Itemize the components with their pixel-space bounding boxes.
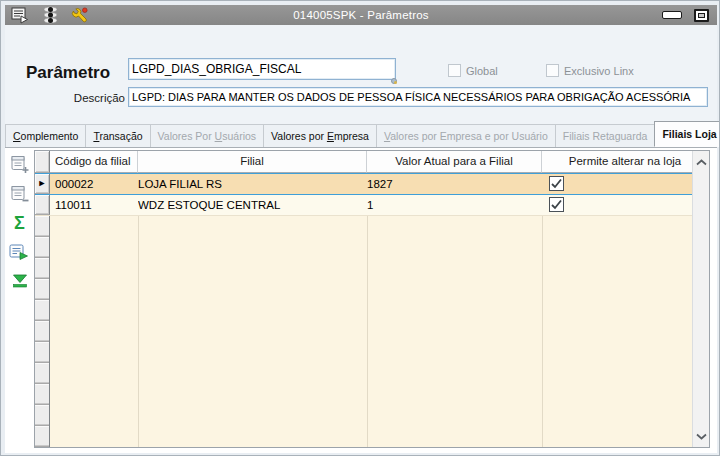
description-input[interactable] — [128, 87, 708, 107]
checked-checkbox-icon[interactable] — [549, 197, 564, 212]
cell-permite[interactable] — [542, 195, 709, 215]
exclusivo-linx-checkbox-label: Exclusivo Linx — [564, 65, 634, 77]
vertical-scrollbar[interactable] — [692, 151, 709, 447]
grid-header: Código da filial Filial Valor Atual para… — [35, 151, 709, 173]
parametros-window: 014005SPK - Parâmetros Parâmetro Global … — [0, 0, 720, 456]
tab-valores-por-empresa-e-usuario: Valores por Empresa e por Usuário — [376, 124, 556, 147]
global-checkbox-label: Global — [466, 65, 498, 77]
tab-strip: Complemento Transação Valores Por Usuári… — [5, 121, 717, 148]
parameter-label: Parâmetro — [26, 63, 110, 83]
column-header-permite[interactable]: Permite alterar na loja — [542, 151, 709, 173]
tab-filiais-retaguarda: Filiais Retaguarda — [555, 124, 656, 147]
column-header-codigo[interactable]: Código da filial — [50, 151, 138, 173]
exclusivo-linx-checkbox: Exclusivo Linx — [546, 64, 634, 77]
form-run-icon[interactable] — [10, 6, 30, 24]
wrench-icon[interactable] — [70, 6, 90, 24]
checked-checkbox-icon[interactable] — [549, 176, 564, 191]
tab-transacao[interactable]: Transação — [85, 124, 150, 147]
delete-row-icon[interactable] — [9, 184, 31, 204]
cell-codigo[interactable]: 110011 — [50, 195, 138, 215]
minimize-button[interactable] — [662, 11, 682, 19]
window-title: 014005SPK - Parâmetros — [5, 9, 717, 21]
checkbox-icon — [448, 64, 461, 77]
go-to-bottom-icon[interactable] — [9, 271, 31, 291]
column-header-filial[interactable]: Filial — [138, 151, 367, 173]
cell-codigo[interactable]: 000022 — [50, 174, 138, 194]
tab-valores-por-empresa[interactable]: Valores por Empresa — [263, 124, 377, 147]
cell-valor[interactable]: 1 — [367, 195, 542, 215]
cell-filial[interactable]: WDZ ESTOQUE CENTRAL — [138, 195, 367, 215]
cell-permite[interactable] — [542, 174, 709, 194]
filiais-grid: Código da filial Filial Valor Atual para… — [34, 150, 710, 448]
sum-icon[interactable]: Σ — [9, 213, 31, 233]
client-area: Parâmetro Global Exclusivo Linx Descriçã… — [5, 25, 717, 453]
parameter-input[interactable] — [128, 58, 396, 80]
tab-filiais-loja[interactable]: Filiais Loja — [654, 121, 720, 147]
maximize-button[interactable] — [694, 9, 709, 22]
global-checkbox: Global — [448, 64, 498, 77]
column-header-valor[interactable]: Valor Atual para a Filial — [367, 151, 542, 173]
filiais-loja-page: Σ — [5, 148, 717, 453]
row-indicator-header — [35, 151, 50, 173]
tab-valores-por-usuarios: Valores Por Usuários — [150, 124, 264, 147]
add-row-icon[interactable] — [9, 155, 31, 175]
input-size-grip[interactable] — [391, 78, 397, 84]
totem-lights-icon[interactable] — [40, 6, 60, 24]
row-indicator-rail — [35, 216, 50, 447]
checkbox-icon — [546, 64, 559, 77]
scroll-down-icon[interactable] — [695, 431, 708, 441]
tab-complemento[interactable]: Complemento — [5, 124, 86, 147]
post-record-icon[interactable] — [9, 242, 31, 262]
titlebar[interactable]: 014005SPK - Parâmetros — [5, 5, 717, 25]
grid-row[interactable]: 110011 WDZ ESTOQUE CENTRAL 1 — [35, 195, 709, 216]
scroll-up-icon[interactable] — [695, 157, 708, 167]
cell-valor[interactable]: 1827 — [367, 174, 542, 194]
cell-filial[interactable]: LOJA FILIAL RS — [138, 174, 367, 194]
grid-empty-area[interactable] — [35, 216, 709, 447]
grid-row-selected[interactable]: ► 000022 LOJA FILIAL RS 1827 — [35, 173, 709, 195]
current-row-marker: ► — [35, 174, 50, 194]
grid-toolbar: Σ — [5, 148, 34, 453]
description-label: Descrição — [69, 92, 125, 104]
